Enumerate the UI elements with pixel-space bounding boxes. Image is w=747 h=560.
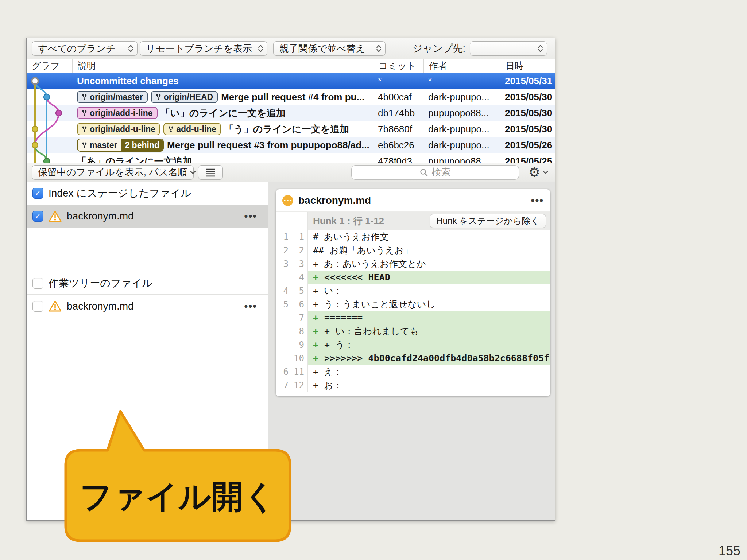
working-file-name: backronym.md xyxy=(67,300,134,312)
working-file-row[interactable]: backronym.md ••• xyxy=(27,294,268,318)
jump-to-label: ジャンプ先: xyxy=(413,42,465,55)
file-status-toolbar: 保留中のファイルを表示, パス名順 検索 ⚙ xyxy=(27,163,555,182)
annotation-callout: ファイル開く xyxy=(55,401,306,547)
commit-author: dark-pupupo... xyxy=(423,124,500,135)
diff-line: 11 # あいうえお作文 xyxy=(276,230,550,244)
updown-chevron-icon xyxy=(376,44,382,53)
staged-section-label: Index にステージしたファイル xyxy=(49,186,191,200)
branch-badge: origin/HEAD xyxy=(151,91,218,103)
updown-chevron-icon xyxy=(258,44,263,53)
diff-actions-button[interactable]: ••• xyxy=(531,195,544,206)
branch-filter-dropdown[interactable]: すべてのブランチ xyxy=(32,41,138,56)
commit-date: 2015/05/31 xyxy=(500,75,555,87)
staged-file-row[interactable]: ✓ backronym.md ••• xyxy=(27,205,268,228)
staged-files-section: ✓ Index にステージしたファイル xyxy=(27,182,268,205)
commit-row-uncommitted[interactable]: Uncommitted changes * * 2015/05/31 xyxy=(27,73,555,89)
modified-status-icon: … xyxy=(282,195,293,206)
diff-card-header: … backronym.md ••• xyxy=(276,189,550,212)
branch-icon xyxy=(168,126,174,133)
search-input[interactable]: 検索 xyxy=(351,165,519,180)
branch-icon xyxy=(82,126,87,133)
check-icon: ✓ xyxy=(35,211,41,221)
commit-row[interactable]: 「あ」のラインに一文追加 478f0d3 pupupopo88... 2015/… xyxy=(27,153,555,163)
remote-branches-dropdown[interactable]: リモートブランチを表示 xyxy=(140,41,267,56)
diff-card: … backronym.md ••• Hunk 1 : 行 1-12 Hunk … xyxy=(276,189,550,396)
commit-message: Merge pull request #3 from pupupopo88/ad… xyxy=(167,140,369,151)
working-section-checkbox[interactable] xyxy=(32,278,43,289)
branch-icon xyxy=(82,110,87,117)
commit-row[interactable]: master 2 behind Merge pull request #3 fr… xyxy=(27,137,555,153)
diff-line: 56 + う：うまいこと返せないし xyxy=(276,298,550,311)
commit-hash: eb6bc26 xyxy=(373,140,423,151)
diff-line-added: 7 +======= xyxy=(276,311,550,324)
staged-section-checkbox[interactable]: ✓ xyxy=(32,188,43,199)
commit-message: Merge pull request #4 from pu... xyxy=(221,92,364,103)
branch-badge: add-u-line xyxy=(163,123,221,135)
working-tree-section: 作業ツリーのファイル xyxy=(27,272,268,294)
diff-line: 22 ## お題「あいうえお」 xyxy=(276,244,550,257)
diff-line: 45 + い： xyxy=(276,284,550,298)
list-icon xyxy=(205,168,216,177)
search-placeholder: 検索 xyxy=(431,166,450,179)
file-actions-button[interactable]: ••• xyxy=(244,210,257,222)
commit-author: pupupopo88... xyxy=(423,156,500,163)
hunk-header: Hunk 1 : 行 1-12 Hunk をステージから除く xyxy=(276,212,550,230)
conflict-warning-icon xyxy=(49,210,62,222)
branch-icon xyxy=(82,94,87,101)
commit-list: Uncommitted changes * * 2015/05/31 origi… xyxy=(27,73,555,163)
diff-line: 611 + え： xyxy=(276,365,550,378)
unstage-hunk-button[interactable]: Hunk をステージから除く xyxy=(430,214,546,228)
commit-author: dark-pupupo... xyxy=(423,92,500,103)
conflict-warning-icon xyxy=(49,300,62,312)
branch-badge-master: master 2 behind xyxy=(77,139,164,152)
commit-author: * xyxy=(423,75,500,87)
updown-chevron-icon xyxy=(538,44,543,53)
callout-text: ファイル開く xyxy=(80,478,276,514)
top-toolbar: すべてのブランチ リモートブランチを表示 親子関係で並べ替え ジャンプ先: xyxy=(27,38,555,59)
branch-icon xyxy=(156,94,161,101)
diff-line-added: 9 ++ う： xyxy=(276,338,550,351)
branch-badge: origin/add-i-line xyxy=(77,107,158,119)
staged-file-checkbox[interactable]: ✓ xyxy=(32,211,43,222)
working-section-label: 作業ツリーのファイル xyxy=(49,276,152,290)
commit-date: 2015/05/25 xyxy=(500,156,555,163)
column-commit[interactable]: コミット xyxy=(373,59,423,73)
commit-hash: db174bb xyxy=(373,108,423,119)
column-author[interactable]: 作者 xyxy=(423,59,500,73)
commit-date: 2015/05/30 xyxy=(500,124,555,135)
commit-row[interactable]: origin/master origin/HEAD Merge pull req… xyxy=(27,89,555,105)
commit-table-header: グラフ 説明 コミット 作者 日時 xyxy=(27,59,555,73)
commit-author: dark-pupupo... xyxy=(423,140,500,151)
jump-to-dropdown[interactable] xyxy=(470,41,547,56)
working-file-checkbox[interactable] xyxy=(32,301,43,312)
view-mode-button[interactable] xyxy=(198,165,223,180)
diff-file-title: backronym.md xyxy=(298,195,371,206)
commit-message: 「あ」のラインに一文追加 xyxy=(77,155,192,163)
commit-date: 2015/05/30 xyxy=(500,108,555,119)
commit-row[interactable]: origin/add-u-line add-u-line 「う」のラインに一文を… xyxy=(27,121,555,137)
pending-files-filter-dropdown[interactable]: 保留中のファイルを表示, パス名順 xyxy=(32,165,194,180)
file-actions-button[interactable]: ••• xyxy=(244,300,257,312)
branch-badge: origin/master xyxy=(77,91,148,103)
diff-line-added: 10 +>>>>>>> 4b00cafd24a00dfb4d0a58b2c668… xyxy=(276,351,550,365)
diff-panel: … backronym.md ••• Hunk 1 : 行 1-12 Hunk … xyxy=(268,182,555,520)
column-graph[interactable]: グラフ xyxy=(27,59,72,73)
settings-button[interactable]: ⚙ xyxy=(529,166,548,179)
commit-hash: 478f0d3 xyxy=(373,156,423,163)
branch-icon xyxy=(82,142,87,149)
diff-line: 712 + お： xyxy=(276,378,550,392)
commit-row[interactable]: origin/add-i-line 「い」のラインに一文を追加 db174bb … xyxy=(27,105,555,121)
column-description[interactable]: 説明 xyxy=(72,59,373,73)
branch-filter-label: すべてのブランチ xyxy=(38,42,116,55)
column-date[interactable]: 日時 xyxy=(500,59,556,73)
sort-order-dropdown[interactable]: 親子関係で並べ替え xyxy=(273,41,386,56)
diff-line-added: 8 ++ い：言われましても xyxy=(276,324,550,338)
commit-hash: 7b8680f xyxy=(373,124,423,135)
down-chevron-icon xyxy=(190,171,196,174)
remote-branches-label: リモートブランチを表示 xyxy=(146,42,252,55)
staged-file-name: backronym.md xyxy=(67,210,134,222)
branch-badge: origin/add-u-line xyxy=(77,123,160,135)
updown-chevron-icon xyxy=(128,44,133,53)
commit-message: 「う」のラインに一文を追加 xyxy=(224,123,349,136)
commit-date: 2015/05/30 xyxy=(500,92,555,103)
